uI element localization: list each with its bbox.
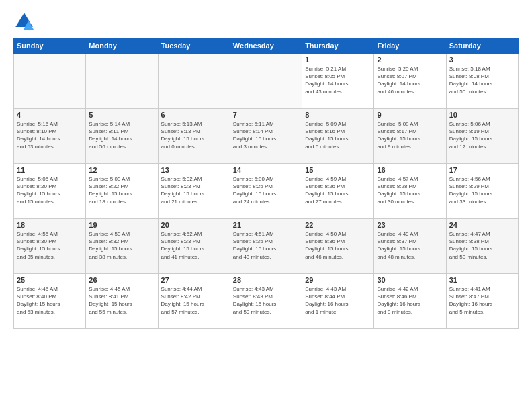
weekday-header-wednesday: Wednesday — [230, 38, 302, 54]
day-info: Sunrise: 4:41 AM Sunset: 8:47 PM Dayligh… — [449, 285, 515, 316]
weekday-header-saturday: Saturday — [446, 38, 518, 54]
calendar-cell: 4Sunrise: 5:16 AM Sunset: 8:10 PM Daylig… — [14, 109, 86, 164]
weekday-header-row: SundayMondayTuesdayWednesdayThursdayFrid… — [14, 38, 519, 54]
calendar-cell: 9Sunrise: 5:08 AM Sunset: 8:17 PM Daylig… — [374, 109, 446, 164]
calendar-cell: 12Sunrise: 5:03 AM Sunset: 8:22 PM Dayli… — [86, 164, 158, 219]
day-info: Sunrise: 4:57 AM Sunset: 8:28 PM Dayligh… — [377, 175, 443, 205]
day-number: 18 — [17, 221, 83, 229]
day-number: 21 — [233, 221, 299, 229]
day-info: Sunrise: 5:05 AM Sunset: 8:20 PM Dayligh… — [17, 175, 83, 205]
calendar-cell: 28Sunrise: 4:43 AM Sunset: 8:43 PM Dayli… — [230, 274, 302, 329]
week-row-3: 11Sunrise: 5:05 AM Sunset: 8:20 PM Dayli… — [14, 164, 519, 219]
calendar-cell: 18Sunrise: 4:55 AM Sunset: 8:30 PM Dayli… — [14, 219, 86, 274]
day-info: Sunrise: 4:42 AM Sunset: 8:46 PM Dayligh… — [377, 285, 443, 316]
day-number: 16 — [377, 166, 443, 174]
day-number: 1 — [305, 56, 371, 64]
day-info: Sunrise: 5:18 AM Sunset: 8:08 PM Dayligh… — [449, 65, 515, 95]
day-number: 23 — [377, 221, 443, 229]
calendar-cell: 30Sunrise: 4:42 AM Sunset: 8:46 PM Dayli… — [374, 274, 446, 329]
day-info: Sunrise: 4:56 AM Sunset: 8:29 PM Dayligh… — [449, 175, 515, 205]
calendar-cell: 21Sunrise: 4:51 AM Sunset: 8:35 PM Dayli… — [230, 219, 302, 274]
day-info: Sunrise: 4:59 AM Sunset: 8:26 PM Dayligh… — [305, 175, 371, 205]
calendar-cell: 6Sunrise: 5:13 AM Sunset: 8:13 PM Daylig… — [158, 109, 230, 164]
day-info: Sunrise: 5:14 AM Sunset: 8:11 PM Dayligh… — [89, 120, 154, 150]
calendar-cell: 8Sunrise: 5:09 AM Sunset: 8:16 PM Daylig… — [302, 109, 374, 164]
day-info: Sunrise: 5:11 AM Sunset: 8:14 PM Dayligh… — [233, 120, 299, 150]
day-number: 2 — [377, 56, 443, 64]
calendar-cell — [230, 54, 302, 109]
header — [13, 11, 519, 32]
weekday-header-friday: Friday — [374, 38, 446, 54]
day-info: Sunrise: 4:44 AM Sunset: 8:42 PM Dayligh… — [161, 285, 227, 316]
calendar-cell: 14Sunrise: 5:00 AM Sunset: 8:25 PM Dayli… — [230, 164, 302, 219]
week-row-5: 25Sunrise: 4:46 AM Sunset: 8:40 PM Dayli… — [14, 274, 519, 329]
day-number: 26 — [89, 276, 154, 284]
calendar-cell: 15Sunrise: 4:59 AM Sunset: 8:26 PM Dayli… — [302, 164, 374, 219]
calendar-cell: 29Sunrise: 4:43 AM Sunset: 8:44 PM Dayli… — [302, 274, 374, 329]
day-number: 7 — [233, 111, 299, 119]
day-number: 22 — [305, 221, 371, 229]
calendar-cell: 19Sunrise: 4:53 AM Sunset: 8:32 PM Dayli… — [86, 219, 158, 274]
day-number: 30 — [377, 276, 443, 284]
day-info: Sunrise: 5:03 AM Sunset: 8:22 PM Dayligh… — [89, 175, 154, 205]
day-info: Sunrise: 5:20 AM Sunset: 8:07 PM Dayligh… — [377, 65, 443, 95]
day-info: Sunrise: 5:02 AM Sunset: 8:23 PM Dayligh… — [161, 175, 227, 205]
weekday-header-tuesday: Tuesday — [158, 38, 230, 54]
day-number: 17 — [449, 166, 515, 174]
day-info: Sunrise: 4:55 AM Sunset: 8:30 PM Dayligh… — [17, 230, 83, 261]
weekday-header-monday: Monday — [86, 38, 158, 54]
day-info: Sunrise: 4:43 AM Sunset: 8:43 PM Dayligh… — [233, 285, 299, 316]
day-info: Sunrise: 5:21 AM Sunset: 8:05 PM Dayligh… — [305, 65, 371, 95]
calendar-cell: 20Sunrise: 4:52 AM Sunset: 8:33 PM Dayli… — [158, 219, 230, 274]
day-info: Sunrise: 4:47 AM Sunset: 8:38 PM Dayligh… — [449, 230, 515, 261]
day-number: 10 — [449, 111, 515, 119]
calendar-cell: 23Sunrise: 4:49 AM Sunset: 8:37 PM Dayli… — [374, 219, 446, 274]
day-number: 20 — [161, 221, 227, 229]
day-number: 28 — [233, 276, 299, 284]
week-row-1: 1Sunrise: 5:21 AM Sunset: 8:05 PM Daylig… — [14, 54, 519, 109]
calendar-cell: 26Sunrise: 4:45 AM Sunset: 8:41 PM Dayli… — [86, 274, 158, 329]
day-number: 8 — [305, 111, 371, 119]
day-number: 3 — [449, 56, 515, 64]
calendar-cell: 13Sunrise: 5:02 AM Sunset: 8:23 PM Dayli… — [158, 164, 230, 219]
calendar-cell: 16Sunrise: 4:57 AM Sunset: 8:28 PM Dayli… — [374, 164, 446, 219]
day-info: Sunrise: 5:16 AM Sunset: 8:10 PM Dayligh… — [17, 120, 83, 150]
day-info: Sunrise: 5:13 AM Sunset: 8:13 PM Dayligh… — [161, 120, 227, 150]
day-info: Sunrise: 4:43 AM Sunset: 8:44 PM Dayligh… — [305, 285, 371, 316]
calendar-cell — [86, 54, 158, 109]
week-row-4: 18Sunrise: 4:55 AM Sunset: 8:30 PM Dayli… — [14, 219, 519, 274]
calendar-cell: 11Sunrise: 5:05 AM Sunset: 8:20 PM Dayli… — [14, 164, 86, 219]
day-number: 25 — [17, 276, 83, 284]
calendar-cell: 17Sunrise: 4:56 AM Sunset: 8:29 PM Dayli… — [446, 164, 518, 219]
week-row-2: 4Sunrise: 5:16 AM Sunset: 8:10 PM Daylig… — [14, 109, 519, 164]
day-info: Sunrise: 5:00 AM Sunset: 8:25 PM Dayligh… — [233, 175, 299, 205]
calendar-cell: 27Sunrise: 4:44 AM Sunset: 8:42 PM Dayli… — [158, 274, 230, 329]
day-number: 31 — [449, 276, 515, 284]
calendar-cell — [14, 54, 86, 109]
day-number: 5 — [89, 111, 154, 119]
calendar-cell: 22Sunrise: 4:50 AM Sunset: 8:36 PM Dayli… — [302, 219, 374, 274]
logo — [13, 11, 38, 32]
day-number: 11 — [17, 166, 83, 174]
day-number: 4 — [17, 111, 83, 119]
calendar-cell: 2Sunrise: 5:20 AM Sunset: 8:07 PM Daylig… — [374, 54, 446, 109]
page: SundayMondayTuesdayWednesdayThursdayFrid… — [0, 0, 532, 411]
day-info: Sunrise: 4:51 AM Sunset: 8:35 PM Dayligh… — [233, 230, 299, 261]
day-info: Sunrise: 5:06 AM Sunset: 8:19 PM Dayligh… — [449, 120, 515, 150]
day-number: 6 — [161, 111, 227, 119]
day-number: 13 — [161, 166, 227, 174]
calendar-cell: 25Sunrise: 4:46 AM Sunset: 8:40 PM Dayli… — [14, 274, 86, 329]
day-number: 19 — [89, 221, 154, 229]
calendar-cell: 1Sunrise: 5:21 AM Sunset: 8:05 PM Daylig… — [302, 54, 374, 109]
calendar-table: SundayMondayTuesdayWednesdayThursdayFrid… — [13, 38, 519, 329]
calendar-cell: 3Sunrise: 5:18 AM Sunset: 8:08 PM Daylig… — [446, 54, 518, 109]
day-info: Sunrise: 5:08 AM Sunset: 8:17 PM Dayligh… — [377, 120, 443, 150]
day-info: Sunrise: 4:52 AM Sunset: 8:33 PM Dayligh… — [161, 230, 227, 261]
calendar-cell: 5Sunrise: 5:14 AM Sunset: 8:11 PM Daylig… — [86, 109, 158, 164]
day-number: 12 — [89, 166, 154, 174]
day-info: Sunrise: 4:53 AM Sunset: 8:32 PM Dayligh… — [89, 230, 154, 261]
day-number: 14 — [233, 166, 299, 174]
day-info: Sunrise: 4:45 AM Sunset: 8:41 PM Dayligh… — [89, 285, 154, 316]
day-number: 27 — [161, 276, 227, 284]
day-info: Sunrise: 4:46 AM Sunset: 8:40 PM Dayligh… — [17, 285, 83, 316]
